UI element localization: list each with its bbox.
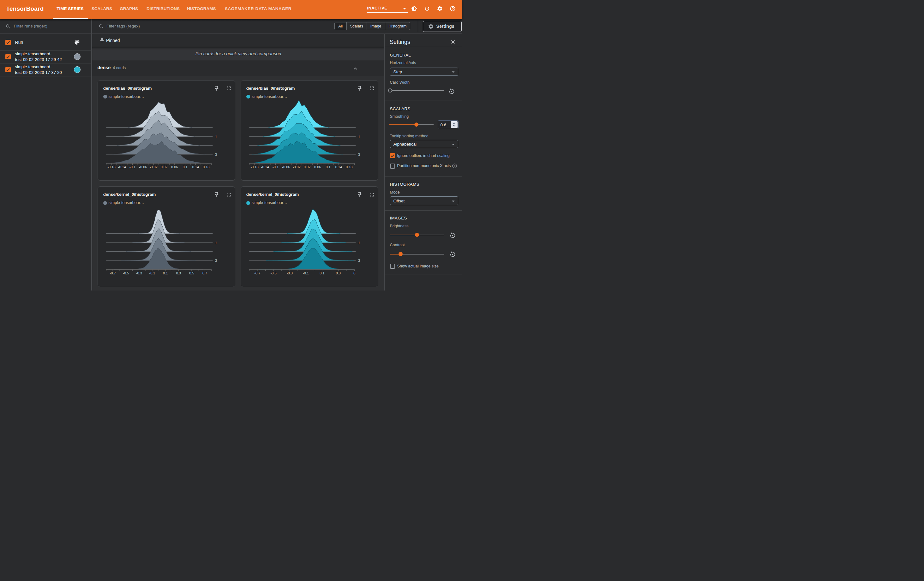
svg-text:1: 1 [215,135,217,138]
svg-text:1: 1 [215,241,217,245]
svg-text:0.14: 0.14 [335,165,342,169]
svg-text:0.02: 0.02 [304,165,310,169]
svg-text:0.06: 0.06 [314,165,321,169]
svg-text:-0.5: -0.5 [123,271,129,275]
svg-text:3: 3 [215,152,217,156]
svg-text:-0.5: -0.5 [271,271,277,275]
svg-text:3: 3 [358,259,360,263]
svg-text:1: 1 [358,135,360,138]
svg-text:0.3: 0.3 [176,271,181,275]
svg-text:-0.7: -0.7 [254,271,261,275]
svg-text:0.7: 0.7 [203,271,207,275]
svg-text:-0.06: -0.06 [282,165,290,169]
svg-text:-0.02: -0.02 [293,165,300,169]
svg-text:0.3: 0.3 [336,271,341,275]
svg-text:-0.18: -0.18 [251,165,259,169]
svg-text:0.1: 0.1 [326,165,331,169]
svg-text:0.1: 0.1 [320,271,325,275]
svg-text:3: 3 [358,152,360,156]
svg-text:0.1: 0.1 [183,165,188,169]
svg-text:?: ? [454,165,455,168]
svg-text:0.18: 0.18 [346,165,352,169]
svg-text:-0.14: -0.14 [261,165,269,169]
svg-text:0.18: 0.18 [203,165,210,169]
svg-text:0.02: 0.02 [161,165,167,169]
svg-text:-0.1: -0.1 [272,165,279,169]
svg-text:-0.14: -0.14 [118,165,126,169]
svg-text:-0.7: -0.7 [110,271,116,275]
svg-text:-0.3: -0.3 [287,271,293,275]
svg-text:0.14: 0.14 [192,165,199,169]
svg-text:0.1: 0.1 [163,271,168,275]
svg-text:-0.3: -0.3 [136,271,142,275]
svg-text:0: 0 [354,271,356,275]
svg-text:0.5: 0.5 [190,271,194,275]
svg-text:-0.06: -0.06 [139,165,147,169]
svg-text:3: 3 [215,259,217,263]
svg-text:-0.18: -0.18 [108,165,116,169]
svg-text:-0.02: -0.02 [150,165,158,169]
svg-text:0.06: 0.06 [171,165,178,169]
svg-text:-0.1: -0.1 [149,271,155,275]
svg-text:-0.1: -0.1 [129,165,135,169]
svg-text:1: 1 [358,241,360,245]
svg-text:-0.1: -0.1 [303,271,309,275]
